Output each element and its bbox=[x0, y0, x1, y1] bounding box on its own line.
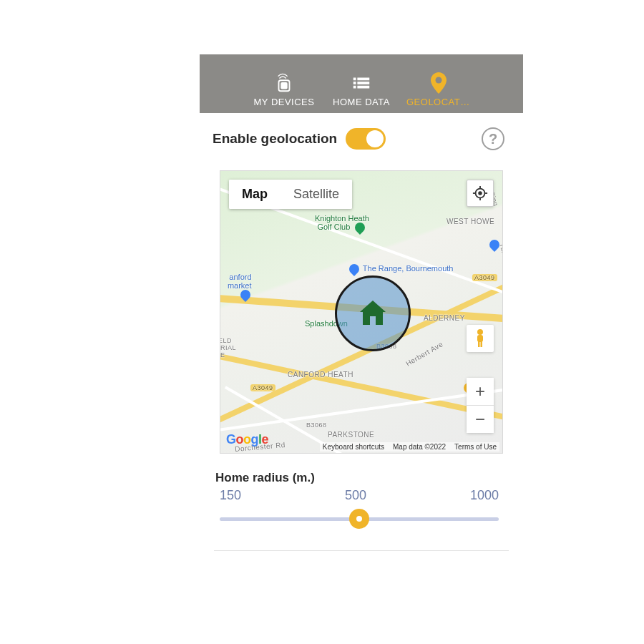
radius-tick-labels: 150 500 1000 bbox=[215, 488, 503, 507]
home-icon bbox=[356, 296, 390, 331]
tab-label: GEOLOCATI… bbox=[406, 97, 471, 107]
locate-icon bbox=[472, 185, 488, 201]
svg-rect-4 bbox=[353, 82, 356, 84]
shop-pin-icon bbox=[347, 262, 361, 276]
keyboard-shortcuts-link[interactable]: Keyboard shortcuts bbox=[323, 443, 384, 451]
zoom-in-button[interactable]: + bbox=[467, 378, 494, 405]
svg-rect-7 bbox=[357, 86, 369, 89]
map[interactable]: Knighton Heath Golf Club The Range, Bour… bbox=[220, 170, 503, 454]
home-radius-circle[interactable] bbox=[335, 275, 411, 351]
enable-geolocation-toggle[interactable] bbox=[346, 128, 386, 150]
svg-rect-16 bbox=[477, 335, 483, 342]
tab-label: HOME DATA bbox=[333, 97, 390, 107]
radius-tick-max: 1000 bbox=[470, 488, 499, 503]
svg-rect-17 bbox=[478, 341, 480, 347]
help-button[interactable]: ? bbox=[482, 127, 504, 150]
poi-area-parkstone: PARKSTONE bbox=[328, 431, 374, 439]
tab-label: MY DEVICES bbox=[254, 97, 315, 107]
home-radius-section: Home radius (m.) 150 500 1000 bbox=[215, 471, 503, 526]
terms-of-use-link[interactable]: Terms of Use bbox=[454, 443, 497, 451]
home-radius-slider[interactable] bbox=[220, 512, 499, 526]
svg-rect-1 bbox=[280, 82, 287, 89]
map-type-control: Map Satellite bbox=[229, 180, 352, 209]
poi-area-westhowe: WEST HOWE bbox=[447, 218, 494, 225]
svg-rect-6 bbox=[353, 86, 356, 89]
poi-golf-club: Knighton Heath Golf Club bbox=[315, 214, 369, 233]
top-tab-bar: MY DEVICES HOME DATA bbox=[200, 54, 523, 113]
device-icon bbox=[273, 72, 295, 94]
enable-geolocation-label: Enable geolocation bbox=[213, 131, 337, 147]
radius-tick-min: 150 bbox=[220, 488, 241, 503]
tab-geolocation[interactable]: GEOLOCATI… bbox=[406, 72, 471, 107]
geolocation-screen: MY DEVICES HOME DATA bbox=[200, 54, 523, 551]
zoom-out-button[interactable]: − bbox=[467, 406, 494, 433]
enable-geolocation-row: Enable geolocation ? bbox=[200, 113, 523, 157]
tab-home-data[interactable]: HOME DATA bbox=[329, 72, 394, 107]
shop-pin-icon bbox=[238, 288, 253, 302]
street-view-pegman[interactable] bbox=[467, 325, 494, 352]
slider-thumb[interactable] bbox=[349, 509, 369, 529]
map-pin-icon bbox=[429, 72, 448, 94]
google-logo: Google bbox=[226, 432, 268, 447]
map-type-map-button[interactable]: Map bbox=[229, 180, 280, 209]
svg-rect-5 bbox=[357, 82, 369, 84]
poi-market: anford market bbox=[220, 264, 252, 308]
poi-area-alderney: ALDERNEY bbox=[424, 314, 465, 322]
poi-the-range: The Range, Bournemouth bbox=[349, 264, 453, 274]
svg-point-8 bbox=[436, 77, 442, 84]
map-type-satellite-button[interactable]: Satellite bbox=[280, 180, 352, 209]
pegman-icon bbox=[473, 328, 487, 348]
road-badge-a3049: A3049 bbox=[472, 274, 497, 281]
golf-pin-icon bbox=[353, 220, 367, 235]
home-radius-title: Home radius (m.) bbox=[215, 471, 503, 485]
road-badge-a3049: A3049 bbox=[250, 384, 275, 391]
poi-road-herbert: Herbert Ave bbox=[404, 340, 444, 368]
map-footer: Keyboard shortcuts Map data ©2022 Terms … bbox=[320, 442, 499, 452]
svg-rect-3 bbox=[357, 78, 369, 81]
road-badge-b3068: B3068 bbox=[306, 421, 327, 429]
radius-tick-mid: 500 bbox=[345, 488, 366, 503]
zoom-control: + − bbox=[467, 378, 494, 433]
toggle-knob bbox=[366, 130, 384, 147]
poi-area-canford: CANFORD HEATH bbox=[288, 371, 353, 379]
tab-my-devices[interactable]: MY DEVICES bbox=[252, 72, 316, 107]
poi-area-field: IELD TRIAL TE bbox=[220, 337, 236, 358]
locate-me-button[interactable] bbox=[467, 180, 494, 207]
svg-point-10 bbox=[478, 191, 482, 195]
section-divider bbox=[214, 550, 509, 551]
map-data-text: Map data ©2022 bbox=[393, 443, 446, 451]
list-icon bbox=[351, 72, 372, 94]
svg-rect-2 bbox=[353, 78, 356, 81]
svg-rect-18 bbox=[481, 341, 483, 347]
svg-point-15 bbox=[477, 329, 483, 335]
